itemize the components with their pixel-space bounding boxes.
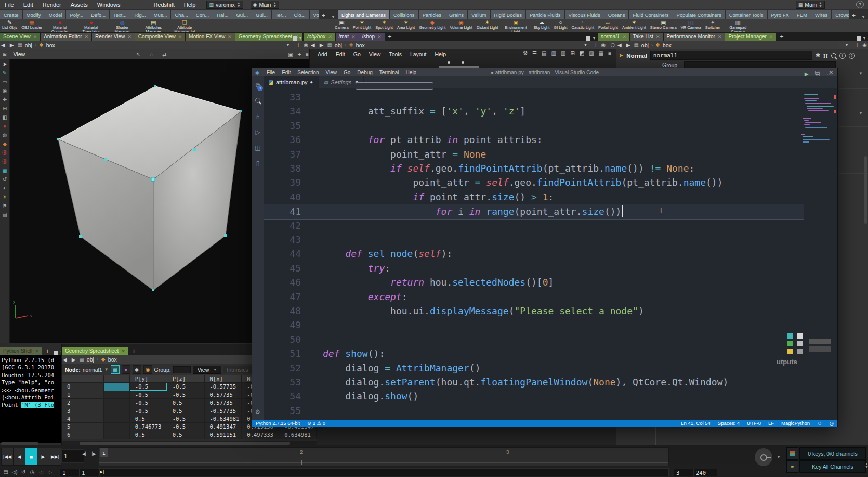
- viewport-tool-icon[interactable]: ✚: [3, 97, 7, 102]
- search-icon[interactable]: [831, 53, 836, 58]
- vscode-menu-file[interactable]: File: [264, 70, 278, 75]
- vscode-window[interactable]: ◆ FileEditSelectionViewGoDebugTerminalHe…: [252, 68, 838, 427]
- shelf-tab[interactable]: Pyro FX: [768, 10, 793, 19]
- back-icon[interactable]: ◀: [62, 357, 68, 363]
- row-index[interactable]: 3: [62, 407, 104, 415]
- radial-icon[interactable]: ◉: [861, 42, 868, 48]
- points-toggle-icon[interactable]: ▦: [111, 365, 120, 374]
- shelf-tab[interactable]: Fluid Containers: [629, 10, 672, 19]
- node-input-dot[interactable]: [462, 61, 464, 64]
- tab-normal1[interactable]: normal1✕: [598, 33, 629, 41]
- shelf-tool[interactable]: ▥Gamepad Camera: [722, 19, 754, 32]
- audio-icon[interactable]: ◁): [10, 468, 19, 476]
- shelf-tool[interactable]: ▤Attributes Manager: [138, 19, 169, 32]
- table-cell[interactable]: -0.5: [130, 407, 167, 415]
- table-cell[interactable]: 0.5: [130, 415, 167, 423]
- tab-project-manager[interactable]: Project Manager✕: [725, 33, 776, 41]
- shelf-tab[interactable]: Particle Fluids: [526, 10, 564, 19]
- explorer-icon[interactable]: ⧉1: [256, 82, 260, 89]
- shelf-tab[interactable]: Populate Containers: [673, 10, 725, 19]
- network-toolbar-icon[interactable]: ◩: [580, 50, 584, 56]
- viewport-tool-icon[interactable]: ⊞: [3, 106, 7, 111]
- add-tab-button[interactable]: +: [129, 347, 139, 355]
- network-toolbar-icon[interactable]: ⚒: [523, 50, 528, 56]
- pane-menu-far-right[interactable]: ▼: [855, 36, 868, 41]
- feedback-smiley-icon[interactable]: ☺: [813, 420, 826, 426]
- radial-icon[interactable]: ◉: [303, 42, 309, 48]
- viewport-tool-icon[interactable]: ➤: [3, 62, 7, 67]
- view-dropdown[interactable]: View▼: [193, 366, 222, 374]
- current-frame-marker[interactable]: 1: [100, 448, 108, 457]
- table-cell[interactable]: -0.57735: [205, 407, 242, 415]
- tab-animation-editor[interactable]: Animation Editor✕: [41, 33, 91, 41]
- breadcrumb-obj[interactable]: obj: [641, 42, 649, 48]
- column-header[interactable]: P[z]: [167, 375, 205, 383]
- table-cell[interactable]: [104, 415, 130, 423]
- breadcrumb-box[interactable]: box: [356, 42, 365, 48]
- stop-button[interactable]: ■: [25, 448, 37, 466]
- shelf-menu-caret-icon-2[interactable]: ▼: [859, 15, 868, 19]
- tab-motion-fx-view[interactable]: Motion FX View✕: [186, 33, 234, 41]
- shelf-tab[interactable]: Model: [45, 10, 66, 19]
- forward-icon[interactable]: ▶: [71, 357, 77, 363]
- status-item[interactable]: MagicPython: [778, 420, 813, 426]
- shelf-tool[interactable]: ✶Spot Light: [373, 19, 395, 32]
- table-cell[interactable]: -0.57735: [205, 383, 242, 391]
- tab-render-view[interactable]: Render View✕: [92, 33, 135, 41]
- vscode-menu-view[interactable]: View: [323, 70, 340, 75]
- select-tool-icon[interactable]: ↖: [135, 51, 141, 57]
- shelf-tool[interactable]: ✦Switcher: [703, 19, 722, 32]
- status-item[interactable]: Spaces: 4: [714, 420, 743, 426]
- network-menu-edit[interactable]: Edit: [332, 50, 349, 58]
- table-cell[interactable]: 0.57735: [205, 399, 242, 407]
- network-toolbar-icon[interactable]: ▨: [589, 50, 594, 56]
- shelf-tab[interactable]: FEM: [793, 10, 811, 19]
- handles-tool-icon[interactable]: ⇄: [161, 51, 167, 57]
- row-index[interactable]: 1: [62, 391, 104, 399]
- back-icon[interactable]: ◀: [0, 42, 6, 48]
- shelf-tool[interactable]: ▣Stereo Camera: [648, 19, 679, 32]
- playback-range-slider[interactable]: ▶|: [98, 468, 669, 476]
- node-input-dot[interactable]: [448, 61, 450, 64]
- shelf-tab[interactable]: Lights and Cameras: [338, 10, 389, 19]
- shelf-tab[interactable]: Vol...: [310, 10, 319, 19]
- step-forward-icon[interactable]: ▕▶: [89, 452, 96, 456]
- close-icon[interactable]: ✕: [121, 349, 125, 354]
- breadcrumb-box[interactable]: box: [108, 356, 117, 363]
- shelf-tool[interactable]: ☁Sky Light: [531, 19, 551, 32]
- table-cell[interactable]: [104, 407, 130, 415]
- table-cell[interactable]: -0.5: [167, 383, 205, 391]
- jump-end-button[interactable]: ▶▶|: [49, 448, 61, 466]
- shelf-tab[interactable]: Rigid Bodies: [491, 10, 525, 19]
- range-start-field[interactable]: 1: [79, 469, 100, 476]
- network-menu-tools[interactable]: Tools: [385, 50, 405, 58]
- shelf-tool[interactable]: ▱Portal Light: [596, 19, 620, 32]
- table-cell[interactable]: 0.746773: [130, 423, 167, 431]
- stepper-icon[interactable]: ▲▼: [273, 2, 277, 8]
- primitives-toggle-icon[interactable]: ◆: [133, 365, 141, 374]
- split-editor-icon[interactable]: ◫: [816, 71, 820, 77]
- table-cell[interactable]: -0.5: [130, 391, 167, 399]
- network-toolbar-icon[interactable]: ▥: [561, 50, 565, 56]
- menu-file[interactable]: File: [0, 2, 19, 8]
- stepper-icon[interactable]: ▲▼: [865, 462, 868, 469]
- group-field[interactable]: [173, 366, 191, 373]
- pin-icon[interactable]: ⊣: [591, 42, 598, 48]
- shelf-tab[interactable]: Particles: [419, 10, 445, 19]
- network-menu-go[interactable]: Go: [350, 50, 364, 58]
- shelf-tool[interactable]: ◫VR Camera: [679, 19, 703, 32]
- bookmark-icon[interactable]: ▯: [256, 160, 260, 167]
- row-index[interactable]: 5: [62, 423, 104, 431]
- network-toolbar-icon[interactable]: ▤: [542, 50, 546, 56]
- shelf-tab[interactable]: Poly...: [66, 10, 87, 19]
- breadcrumb-box[interactable]: box: [46, 42, 55, 48]
- viewport-tool-icon[interactable]: ●: [3, 124, 6, 129]
- table-cell[interactable]: 0.5: [130, 431, 167, 439]
- network-toolbar-icon[interactable]: ⊞: [570, 50, 574, 56]
- network-menu-help[interactable]: Help: [431, 50, 450, 58]
- close-icon[interactable]: ✕: [718, 34, 722, 40]
- tab-performance-monitor[interactable]: Performance Monitor✕: [664, 33, 725, 41]
- global-start-field[interactable]: 1: [60, 469, 81, 476]
- viewport-tool-icon[interactable]: ◆: [3, 141, 7, 147]
- vscode-menu-terminal[interactable]: Terminal: [376, 70, 402, 75]
